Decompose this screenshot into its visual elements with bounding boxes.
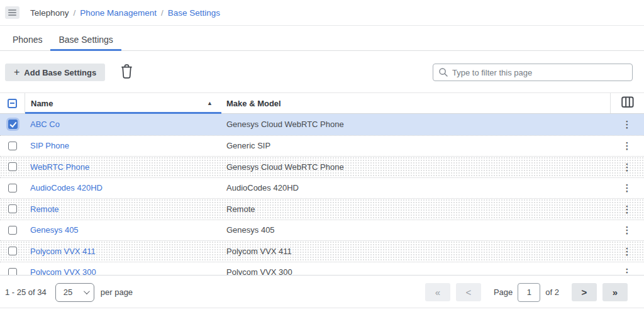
row-checkbox[interactable] <box>8 120 18 129</box>
tab-bar: Phones Base Settings <box>0 30 644 51</box>
row-menu-kebab-icon[interactable]: ⋮ <box>619 181 636 195</box>
table-row[interactable]: Polycom VVX 411 Polycom VVX 411 ⋮ <box>0 240 644 262</box>
row-name-link[interactable]: Genesys 405 <box>30 225 79 235</box>
table-row[interactable]: Remote Remote ⋮ <box>0 198 644 220</box>
row-make-model: Genesys 405 <box>221 225 610 235</box>
delete-button[interactable] <box>120 64 133 81</box>
row-menu-kebab-icon[interactable]: ⋮ <box>619 223 636 237</box>
table-row[interactable]: AudioCodes 420HD AudioCodes 420HD ⋮ <box>0 177 644 199</box>
breadcrumb-separator: / <box>161 8 164 18</box>
row-make-model: AudioCodes 420HD <box>221 183 610 192</box>
page-size-select[interactable]: 25 <box>55 283 94 302</box>
filter-input[interactable] <box>433 64 633 81</box>
add-base-settings-label: Add Base Settings <box>24 68 96 77</box>
row-checkbox[interactable] <box>8 204 17 213</box>
column-header-name-label: Name <box>31 99 53 108</box>
row-make-model: Polycom VVX 411 <box>221 247 610 256</box>
row-menu-kebab-icon[interactable]: ⋮ <box>619 265 636 276</box>
top-bar: Telephony / Phone Management / Base Sett… <box>0 0 644 26</box>
row-make-model: Generic SIP <box>221 141 610 150</box>
breadcrumb-separator: / <box>74 8 76 18</box>
row-name-link[interactable]: Polycom VVX 411 <box>30 247 96 256</box>
next-page-button[interactable]: > <box>572 283 597 301</box>
row-menu-kebab-icon[interactable]: ⋮ <box>619 117 636 131</box>
toolbar: + Add Base Settings <box>0 64 644 81</box>
row-checkbox[interactable] <box>8 142 17 150</box>
breadcrumb: Telephony / Phone Management / Base Sett… <box>30 8 220 18</box>
previous-page-button[interactable]: < <box>456 283 481 301</box>
row-name-link[interactable]: ABC Co <box>30 120 60 129</box>
sort-ascending-icon: ▲ <box>207 100 213 106</box>
chevron-down-icon <box>84 288 90 294</box>
base-settings-table: Name ▲ Make & Model ABC Co Gene <box>0 92 644 276</box>
columns-icon <box>621 96 634 110</box>
filter-field-wrap <box>433 64 633 81</box>
sorted-column-underline <box>25 112 221 114</box>
column-header-name[interactable]: Name ▲ <box>25 93 221 113</box>
tab-phones[interactable]: Phones <box>4 30 50 51</box>
breadcrumb-phone-management[interactable]: Phone Management <box>80 8 157 18</box>
table-row[interactable]: WebRTC Phone Genesys Cloud WebRTC Phone … <box>0 156 644 177</box>
row-menu-kebab-icon[interactable]: ⋮ <box>619 160 636 174</box>
row-checkbox[interactable] <box>8 247 17 255</box>
table-row[interactable]: Polycom VVX 300 Polycom VVX 300 ⋮ <box>0 262 644 276</box>
plus-icon: + <box>14 67 19 78</box>
page-count-label: of 2 <box>545 287 559 297</box>
table-row[interactable]: ABC Co Genesys Cloud WebRTC Phone ⋮ <box>0 114 644 135</box>
first-page-button[interactable]: « <box>425 283 450 301</box>
page-label: Page <box>494 287 513 297</box>
pagination-footer: 1 - 25 of 34 25 per page « < Page of 2 >… <box>0 282 644 302</box>
add-base-settings-button[interactable]: + Add Base Settings <box>5 64 105 81</box>
column-header-make-model[interactable]: Make & Model <box>221 93 610 113</box>
row-menu-kebab-icon[interactable]: ⋮ <box>619 244 636 259</box>
row-name-link[interactable]: Remote <box>30 204 59 214</box>
select-all-cell <box>0 93 25 113</box>
row-checkbox[interactable] <box>8 226 17 235</box>
tab-base-settings[interactable]: Base Settings <box>50 30 121 51</box>
table-body: ABC Co Genesys Cloud WebRTC Phone ⋮ SIP … <box>0 114 644 276</box>
row-make-model: Genesys Cloud WebRTC Phone <box>221 162 610 172</box>
column-picker-cell <box>610 93 644 113</box>
row-checkbox[interactable] <box>8 268 17 276</box>
page-number-input[interactable] <box>518 283 540 302</box>
row-checkbox[interactable] <box>8 184 17 192</box>
column-picker-button[interactable] <box>621 96 634 110</box>
row-name-link[interactable]: AudioCodes 420HD <box>30 183 103 192</box>
column-header-make-model-label: Make & Model <box>226 99 281 108</box>
table-row[interactable]: SIP Phone Generic SIP ⋮ <box>0 135 644 157</box>
row-name-link[interactable]: SIP Phone <box>30 141 69 150</box>
row-name-link[interactable]: Polycom VVX 300 <box>30 267 96 276</box>
select-all-checkbox[interactable] <box>8 99 17 108</box>
menu-hamburger-icon[interactable] <box>5 6 19 19</box>
table-header-row: Name ▲ Make & Model <box>0 93 644 114</box>
table-row[interactable]: Genesys 405 Genesys 405 ⋮ <box>0 220 644 241</box>
row-menu-kebab-icon[interactable]: ⋮ <box>619 202 636 216</box>
breadcrumb-telephony: Telephony <box>30 8 69 18</box>
row-make-model: Genesys Cloud WebRTC Phone <box>221 120 610 129</box>
page-bottom-divider <box>0 308 644 308</box>
search-icon <box>438 67 448 77</box>
row-make-model: Polycom VVX 300 <box>221 267 610 276</box>
breadcrumb-base-settings[interactable]: Base Settings <box>168 8 220 18</box>
page-size-value: 25 <box>64 287 72 297</box>
row-menu-kebab-icon[interactable]: ⋮ <box>619 138 636 153</box>
last-page-button[interactable]: » <box>602 283 628 301</box>
row-make-model: Remote <box>221 204 610 214</box>
row-checkbox[interactable] <box>8 162 17 171</box>
trash-icon <box>120 64 133 81</box>
per-page-label: per page <box>101 287 133 297</box>
row-range-text: 1 - 25 of 34 <box>5 287 47 297</box>
row-name-link[interactable]: WebRTC Phone <box>30 162 89 172</box>
